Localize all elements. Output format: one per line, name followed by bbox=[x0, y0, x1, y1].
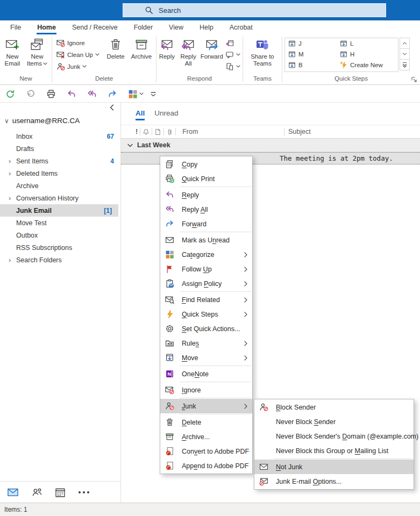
reply-button[interactable]: Reply bbox=[156, 35, 177, 60]
ribbon-tab[interactable]: Acrobat bbox=[222, 20, 261, 35]
folder-item[interactable]: › Sent Items 4 bbox=[0, 155, 120, 167]
context-menu-item[interactable]: Rules bbox=[160, 336, 252, 350]
ribbon-tab[interactable]: Folder bbox=[126, 20, 161, 35]
folder-item[interactable]: Inbox 67 bbox=[0, 130, 120, 142]
folder-item[interactable]: › Search Folders bbox=[0, 254, 120, 266]
quick-access-button[interactable] bbox=[67, 89, 82, 99]
archive-button[interactable]: Archive bbox=[128, 35, 155, 60]
context-menu-item[interactable]: Append to Adobe PDF bbox=[160, 458, 252, 473]
new-items-button[interactable]: New Items bbox=[25, 35, 49, 67]
context-menu-item[interactable]: Copy bbox=[160, 157, 252, 171]
context-menu-item[interactable]: Junk bbox=[160, 399, 252, 413]
respond-extra-button[interactable] bbox=[225, 61, 240, 71]
context-menu-item[interactable]: N OneNote bbox=[160, 367, 252, 381]
more-modules-icon[interactable] bbox=[77, 490, 90, 494]
ribbon-tab[interactable]: Home bbox=[29, 20, 64, 35]
ribbon-small-button[interactable]: Junk bbox=[56, 61, 101, 71]
respond-extra-button[interactable] bbox=[225, 38, 240, 48]
context-menu-item[interactable]: Set Quick Actions... bbox=[160, 321, 252, 336]
share-to-teams-button[interactable]: Share to Teams bbox=[246, 35, 279, 67]
ribbon-tab[interactable]: Send / Receive bbox=[64, 20, 126, 35]
quick-step-item[interactable]: H bbox=[340, 51, 400, 58]
ribbon-tab[interactable]: File bbox=[2, 20, 29, 35]
context-menu-item[interactable]: Mark as Unread bbox=[160, 233, 252, 247]
quick-step-item[interactable]: L bbox=[340, 40, 400, 47]
forward-button[interactable]: Forward bbox=[199, 35, 224, 60]
folder-item[interactable]: Junk Email [1] bbox=[0, 204, 118, 217]
submenu-arrow-icon bbox=[244, 341, 247, 346]
group-header-last-week[interactable]: Last Week bbox=[121, 139, 420, 152]
context-menu-item[interactable]: Categorize bbox=[160, 247, 252, 262]
context-menu-item[interactable]: Delete bbox=[160, 415, 252, 429]
item-type-icon[interactable] bbox=[154, 128, 161, 135]
expander-icon[interactable]: › bbox=[9, 194, 16, 202]
quick-access-button[interactable] bbox=[128, 89, 144, 99]
quick-access-button[interactable] bbox=[148, 89, 164, 99]
folder-item[interactable]: RSS Subscriptions bbox=[0, 241, 120, 254]
submenu-arrow-icon bbox=[244, 404, 247, 409]
delete-button[interactable]: Delete bbox=[103, 35, 128, 60]
quick-step-item[interactable]: J bbox=[288, 40, 340, 47]
attachment-column-icon[interactable] bbox=[166, 128, 173, 135]
ribbon-tab[interactable]: View bbox=[161, 20, 191, 35]
filter-tab[interactable]: All bbox=[136, 108, 145, 120]
context-menu-item[interactable]: Convert to Adobe PDF bbox=[160, 444, 252, 458]
context-menu-item[interactable]: Find Related bbox=[160, 292, 252, 307]
quick-access-button[interactable] bbox=[5, 89, 21, 99]
submenu-item[interactable]: Never Block Sender's Domain (@example.co… bbox=[254, 429, 414, 443]
folder-item[interactable]: Drafts bbox=[0, 142, 120, 155]
expander-icon[interactable]: › bbox=[9, 169, 16, 177]
context-menu-item[interactable]: Quick Print bbox=[160, 171, 252, 186]
folder-item[interactable]: Move Test bbox=[0, 217, 120, 229]
search-input[interactable] bbox=[159, 6, 363, 15]
folder-item[interactable]: › Deleted Items bbox=[0, 167, 120, 180]
importance-column[interactable]: ! bbox=[136, 128, 138, 135]
folder-item[interactable]: Outbox bbox=[0, 229, 120, 241]
submenu-item[interactable]: Never Block this Group or Mailing List bbox=[254, 443, 414, 458]
expander-icon[interactable]: › bbox=[9, 256, 16, 264]
quick-access-button[interactable] bbox=[46, 89, 62, 99]
context-menu-item[interactable]: Quick Steps bbox=[160, 307, 252, 321]
folder-item[interactable]: › Conversation History bbox=[0, 192, 120, 204]
context-menu-item[interactable]: Move bbox=[160, 350, 252, 365]
context-menu-item[interactable]: Follow Up bbox=[160, 262, 252, 276]
gallery-down-button[interactable] bbox=[400, 48, 410, 60]
dialog-launcher-icon[interactable] bbox=[411, 76, 417, 83]
account-header[interactable]: ∨ username@RRC.CA bbox=[0, 103, 120, 130]
quick-access-button[interactable] bbox=[87, 89, 103, 99]
quick-access-button[interactable] bbox=[108, 89, 123, 99]
gallery-more-button[interactable] bbox=[400, 59, 410, 70]
context-menu-item[interactable]: Ignore bbox=[160, 383, 252, 397]
reply-all-button[interactable]: Reply All bbox=[177, 35, 200, 67]
folder-item[interactable]: Archive bbox=[0, 180, 120, 192]
context-menu-item[interactable]: Reply All bbox=[160, 202, 252, 217]
ribbon-small-button[interactable]: Ignore bbox=[56, 38, 101, 48]
reminder-bell-icon[interactable] bbox=[143, 128, 150, 135]
context-menu-item[interactable]: Archive... bbox=[160, 429, 252, 444]
quick-access-button[interactable] bbox=[26, 89, 41, 99]
column-subject[interactable]: Subject bbox=[288, 128, 311, 135]
mail-module-icon[interactable] bbox=[6, 487, 19, 498]
submenu-item[interactable]: Not Junk bbox=[254, 460, 414, 474]
context-menu-item[interactable]: Assign Policy bbox=[160, 276, 252, 291]
ribbon-tab[interactable]: Help bbox=[191, 20, 222, 35]
context-menu-item[interactable]: Reply bbox=[160, 188, 252, 202]
submenu-item[interactable]: Never Block Sender bbox=[254, 414, 414, 429]
respond-extra-button[interactable] bbox=[225, 49, 240, 60]
column-from[interactable]: From bbox=[182, 128, 198, 135]
submenu-item[interactable]: Junk E-mail Options... bbox=[254, 474, 414, 489]
expander-icon[interactable]: › bbox=[9, 157, 16, 165]
search-box[interactable] bbox=[123, 3, 386, 17]
ribbon-small-button[interactable]: Clean Up bbox=[56, 49, 101, 60]
calendar-module-icon[interactable] bbox=[55, 487, 66, 498]
gallery-up-button[interactable] bbox=[400, 38, 410, 49]
quick-step-item[interactable]: B bbox=[288, 61, 340, 69]
collapse-folder-pane-icon[interactable] bbox=[109, 104, 115, 111]
quick-step-item[interactable]: Create New bbox=[340, 61, 400, 69]
submenu-item[interactable]: Block Sender bbox=[254, 400, 414, 414]
quick-step-item[interactable]: M bbox=[288, 51, 340, 58]
new-email-button[interactable]: New Email bbox=[0, 35, 25, 67]
context-menu-item[interactable]: Forward bbox=[160, 217, 252, 231]
filter-tab[interactable]: Unread bbox=[154, 108, 178, 120]
people-module-icon[interactable] bbox=[31, 487, 43, 498]
